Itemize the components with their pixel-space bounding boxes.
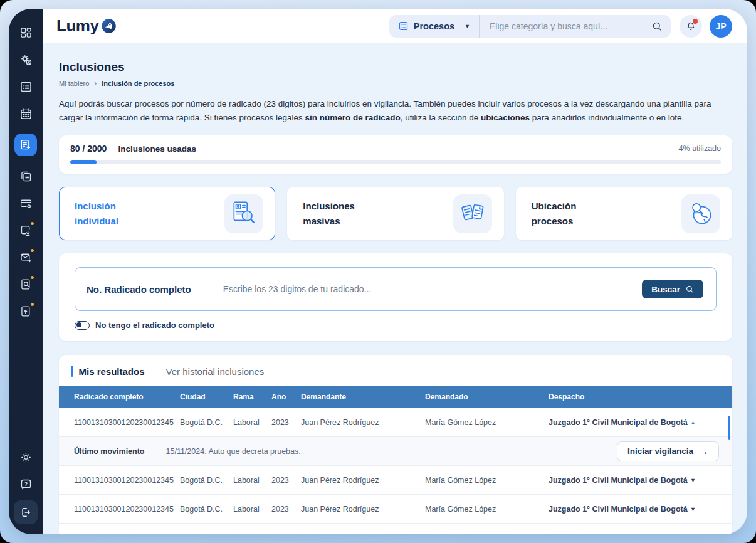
cell-demandante: Juan Pérez Rodríguez xyxy=(301,418,425,427)
cell-anio: 2023 xyxy=(271,505,301,514)
card-inclusion-individual[interactable]: Inclusión individual xyxy=(59,187,275,240)
notification-badge xyxy=(29,248,35,253)
buscar-button[interactable]: Buscar xyxy=(642,280,703,298)
cell-anio: 2023 xyxy=(271,418,301,427)
cell-despacho: Juzgado 1° Civil Municipal de Bogotá ▼ xyxy=(549,505,732,514)
radicado-search-box: No. Radicado completo Buscar xyxy=(75,267,717,311)
toggle-knob xyxy=(76,322,81,327)
cell-demandante: Juan Pérez Rodríguez xyxy=(301,534,425,534)
help-icon[interactable]: ? xyxy=(19,477,33,491)
breadcrumb: Mi tablero › Inclusión de procesos xyxy=(59,79,732,88)
table-row[interactable]: 11001310300120230012345 Bogotá D.C. Labo… xyxy=(59,408,732,437)
mode-cards: Inclusión individual Incl xyxy=(59,187,732,240)
toggle-label: No tengo el radicado completo xyxy=(95,320,214,330)
cell-ciudad: Bogotá D.C. xyxy=(180,534,233,534)
search-icon[interactable] xyxy=(651,21,663,32)
dashboard-icon[interactable] xyxy=(19,26,33,40)
notification-badge xyxy=(29,302,35,307)
cell-radicado: 11001310300120230012345 xyxy=(59,476,180,485)
logout-icon[interactable] xyxy=(14,500,38,524)
col-anio: Año xyxy=(271,393,301,401)
cell-demandado: María Gómez López xyxy=(425,418,549,427)
page-background: ? Lumy xyxy=(0,0,756,543)
calendar-icon[interactable] xyxy=(19,107,33,120)
download-template-icon[interactable] xyxy=(19,223,33,237)
document-person-search-icon xyxy=(224,194,263,233)
last-movement-label: Último movimiento xyxy=(74,447,145,456)
global-search-input[interactable] xyxy=(490,21,651,31)
cell-anio: 2023 xyxy=(271,476,301,485)
row-detail: Último movimiento 15/11/2024: Auto que d… xyxy=(59,437,732,466)
sidebar-item-inclusions-active[interactable] xyxy=(14,134,37,156)
no-radicado-toggle[interactable]: No tengo el radicado completo xyxy=(75,320,717,330)
col-radicado: Radicado completo xyxy=(59,393,180,401)
records-list-icon[interactable] xyxy=(19,80,33,93)
search-field-wrap xyxy=(480,15,671,38)
cell-rama: Laboral xyxy=(233,505,271,514)
results-tabs: Mis resultados Ver historial inclusiones xyxy=(59,355,732,377)
results-card: Mis resultados Ver historial inclusiones… xyxy=(59,355,732,534)
col-ciudad: Ciudad xyxy=(180,393,233,401)
buscar-label: Buscar xyxy=(651,285,680,294)
expand-row-icon[interactable]: ▼ xyxy=(690,477,696,483)
brand-logo[interactable]: Lumy xyxy=(56,16,117,36)
cell-rama: Laboral xyxy=(233,418,271,427)
notifications-button[interactable] xyxy=(680,15,702,38)
avatar[interactable]: JP xyxy=(710,15,732,38)
cell-rama: Laboral xyxy=(233,476,271,485)
radicado-input[interactable] xyxy=(209,284,643,294)
send-mail-icon[interactable] xyxy=(19,250,33,264)
notification-badge xyxy=(29,275,35,280)
breadcrumb-current[interactable]: Inclusión de procesos xyxy=(102,80,174,87)
billing-settings-icon[interactable] xyxy=(19,196,33,210)
cell-despacho: Juzgado 1° Civil Municipal de Bogotá ▼ xyxy=(549,534,732,534)
table-row[interactable]: 11001310300120230012345 Bogotá D.C. Labo… xyxy=(59,524,732,534)
main-content: Inclusiones Mi tablero › Inclusión de pr… xyxy=(43,44,747,534)
table-row[interactable]: 11001310300120230012345 Bogotá D.C. Labo… xyxy=(59,466,732,495)
cell-demandado: María Gómez López xyxy=(425,534,549,534)
active-tab-accent xyxy=(71,366,73,377)
toggle-switch[interactable] xyxy=(75,321,90,330)
card-title: Inclusión individual xyxy=(75,199,150,228)
col-demandante: Demandante xyxy=(301,393,425,401)
app-window: ? Lumy xyxy=(9,9,747,534)
card-ubicacion-procesos[interactable]: Ubicación procesos xyxy=(516,187,732,240)
settings-gear-icon[interactable] xyxy=(19,450,33,464)
document-upload-icon[interactable] xyxy=(19,304,33,318)
brand-name: Lumy xyxy=(56,16,98,36)
iniciar-vigilancia-label: Iniciar vigilancia xyxy=(627,446,693,456)
usage-count: 80 / 2000 xyxy=(70,144,107,154)
cell-radicado: 11001310300120230012345 xyxy=(59,534,180,534)
col-rama: Rama xyxy=(233,393,271,401)
global-search-bar: Procesos ▼ xyxy=(389,15,671,38)
card-inclusiones-masivas[interactable]: Inclusiones masivas xyxy=(287,187,503,240)
collapse-row-icon[interactable]: ▲ xyxy=(690,419,696,426)
table-scrollbar[interactable] xyxy=(728,416,730,440)
tab-mis-resultados[interactable]: Mis resultados xyxy=(79,366,145,377)
document-search-icon[interactable] xyxy=(19,277,33,291)
iniciar-vigilancia-button[interactable]: Iniciar vigilancia → xyxy=(617,441,719,461)
documents-stack-icon xyxy=(453,194,492,233)
col-demandado: Demandado xyxy=(425,393,549,401)
category-label: Procesos xyxy=(414,21,454,31)
search-icon xyxy=(685,285,694,293)
cell-demandado: María Gómez López xyxy=(425,476,549,485)
cell-ciudad: Bogotá D.C. xyxy=(180,418,233,427)
table-row[interactable]: 11001310300120230012345 Bogotá D.C. Labo… xyxy=(59,495,732,524)
cell-radicado: 11001310300120230012345 xyxy=(59,505,180,514)
notification-dot xyxy=(693,19,698,24)
category-selector[interactable]: Procesos ▼ xyxy=(389,15,479,38)
breadcrumb-home[interactable]: Mi tablero xyxy=(59,80,89,87)
cell-ciudad: Bogotá D.C. xyxy=(180,476,233,485)
usage-label: Inclusiones usadas xyxy=(118,144,196,154)
sidebar: ? xyxy=(9,9,43,534)
cell-despacho: Juzgado 1° Civil Municipal de Bogotá ▼ xyxy=(549,476,732,485)
svg-text:?: ? xyxy=(24,480,28,487)
last-movement-text: 15/11/2024: Auto que decreta pruebas. xyxy=(166,447,301,456)
admin-settings-icon[interactable] xyxy=(19,53,33,66)
tab-ver-historial[interactable]: Ver historial inclusiones xyxy=(166,366,265,377)
expand-row-icon[interactable]: ▼ xyxy=(690,506,696,512)
documents-copy-icon[interactable] xyxy=(19,169,33,183)
usage-progress-track xyxy=(70,160,721,164)
cell-demandante: Juan Pérez Rodríguez xyxy=(301,476,425,485)
